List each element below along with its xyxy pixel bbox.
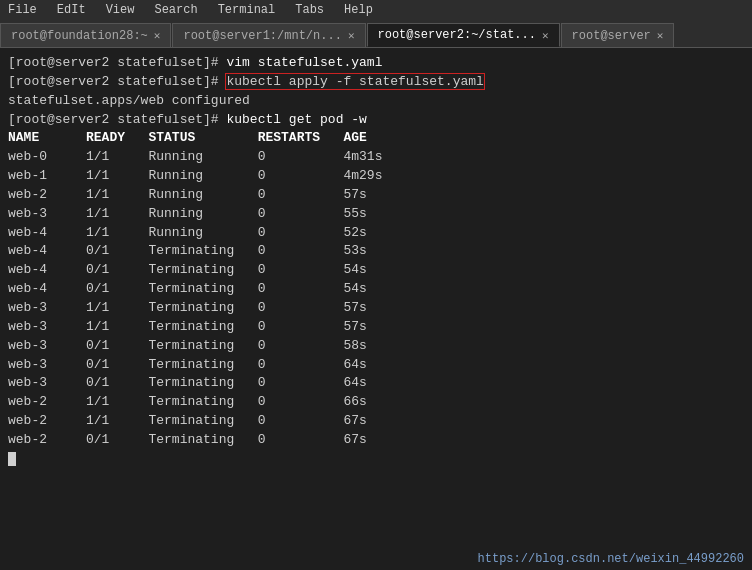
tab-label-2: root@server2:~/stat... <box>378 28 536 42</box>
terminal-line-11: web-4 0/1 Terminating 0 54s <box>8 261 744 280</box>
close-tab-0[interactable]: ✕ <box>154 29 161 42</box>
terminal-line-8: web-3 1/1 Running 0 55s <box>8 205 744 224</box>
terminal-line-10: web-4 0/1 Terminating 0 53s <box>8 242 744 261</box>
cursor-line <box>8 450 744 469</box>
terminal-line-5: web-0 1/1 Running 0 4m31s <box>8 148 744 167</box>
tab-label-3: root@server <box>572 29 651 43</box>
menu-edit[interactable]: EdIt <box>53 3 90 17</box>
close-tab-3[interactable]: ✕ <box>657 29 664 42</box>
tab-1[interactable]: root@server1:/mnt/n... ✕ <box>172 23 365 47</box>
close-tab-1[interactable]: ✕ <box>348 29 355 42</box>
tab-3[interactable]: root@server ✕ <box>561 23 675 47</box>
terminal-line-7: web-2 1/1 Running 0 57s <box>8 186 744 205</box>
terminal-line-19: web-2 1/1 Terminating 0 67s <box>8 412 744 431</box>
terminal-line-16: web-3 0/1 Terminating 0 64s <box>8 356 744 375</box>
menu-tabs[interactable]: Tabs <box>291 3 328 17</box>
terminal-line-9: web-4 1/1 Running 0 52s <box>8 224 744 243</box>
terminal-line-20: web-2 0/1 Terminating 0 67s <box>8 431 744 450</box>
tab-label-0: root@foundation28:~ <box>11 29 148 43</box>
menu-bar: File EdIt View Search Terminal Tabs Help <box>0 0 752 20</box>
menu-search[interactable]: Search <box>150 3 201 17</box>
tab-0[interactable]: root@foundation28:~ ✕ <box>0 23 171 47</box>
terminal-line-2: statefulset.apps/web configured <box>8 92 744 111</box>
terminal-line-12: web-4 0/1 Terminating 0 54s <box>8 280 744 299</box>
close-tab-2[interactable]: ✕ <box>542 29 549 42</box>
terminal-line-3: [root@server2 statefulset]# kubectl get … <box>8 111 744 130</box>
tab-bar: root@foundation28:~ ✕ root@server1:/mnt/… <box>0 20 752 48</box>
tab-label-1: root@server1:/mnt/n... <box>183 29 341 43</box>
menu-help[interactable]: Help <box>340 3 377 17</box>
terminal-line-15: web-3 0/1 Terminating 0 58s <box>8 337 744 356</box>
terminal-line-18: web-2 1/1 Terminating 0 66s <box>8 393 744 412</box>
menu-terminal[interactable]: Terminal <box>214 3 280 17</box>
terminal-output: [root@server2 statefulset]# vim stateful… <box>8 54 744 469</box>
terminal-area[interactable]: [root@server2 statefulset]# vim stateful… <box>0 48 752 570</box>
terminal-line-1: [root@server2 statefulset]# kubectl appl… <box>8 73 744 92</box>
terminal-line-17: web-3 0/1 Terminating 0 64s <box>8 374 744 393</box>
terminal-line-0: [root@server2 statefulset]# vim stateful… <box>8 54 744 73</box>
terminal-line-14: web-3 1/1 Terminating 0 57s <box>8 318 744 337</box>
menu-view[interactable]: View <box>102 3 139 17</box>
terminal-line-13: web-3 1/1 Terminating 0 57s <box>8 299 744 318</box>
terminal-line-4: NAME READY STATUS RESTARTS AGE <box>8 129 744 148</box>
menu-file[interactable]: File <box>4 3 41 17</box>
terminal-line-6: web-1 1/1 Running 0 4m29s <box>8 167 744 186</box>
tab-2[interactable]: root@server2:~/stat... ✕ <box>367 23 560 47</box>
watermark: https://blog.csdn.net/weixin_44992260 <box>478 552 744 566</box>
